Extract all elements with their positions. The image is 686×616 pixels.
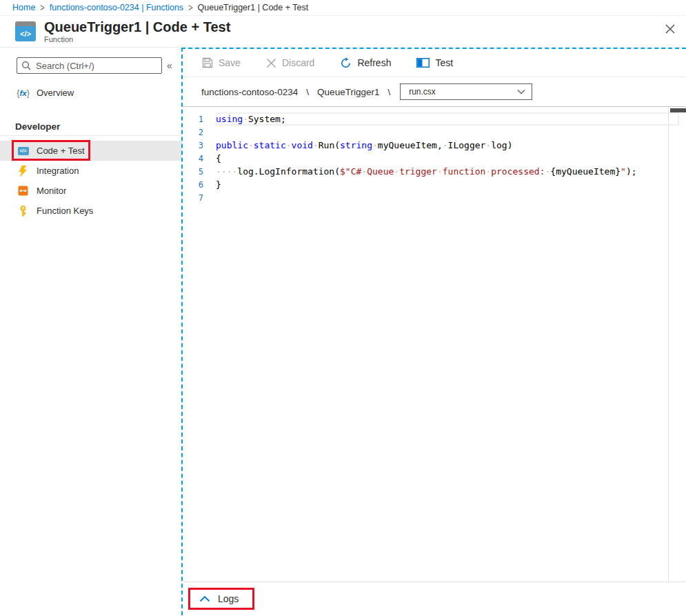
key-icon [17, 206, 29, 217]
code-text: public·static·void·Run(string·myQueueIte… [216, 140, 513, 150]
minimap-slider[interactable] [670, 108, 686, 112]
refresh-icon [340, 57, 352, 69]
search-icon [21, 61, 31, 70]
code-text: } [216, 179, 221, 190]
minimap-border [668, 107, 669, 582]
discard-button[interactable]: Discard [266, 57, 314, 68]
code-line[interactable]: 5····log.LogInformation($"C#·Queue·trigg… [183, 165, 686, 178]
breadcrumb-separator-icon: > [40, 3, 44, 13]
code-line[interactable]: 4{ [183, 152, 686, 165]
lightning-icon [17, 166, 29, 177]
test-button[interactable]: Test [416, 57, 453, 68]
sidebar-item-label: Function Keys [37, 206, 93, 216]
file-select-value: run.csx [409, 87, 436, 97]
monitor-icon [17, 186, 29, 196]
code-test-icon: </> [17, 147, 29, 155]
sidebar-item-label: Integration [37, 166, 79, 176]
search-input[interactable] [36, 61, 157, 71]
sidebar-item-overview[interactable]: {fx} Overview [0, 83, 181, 103]
logs-bar: Logs [183, 582, 686, 615]
close-icon[interactable] [663, 21, 678, 37]
chevron-up-icon [199, 595, 210, 602]
path-separator: \ [387, 87, 390, 97]
discard-x-icon [266, 58, 276, 68]
code-line[interactable]: 7 [183, 191, 686, 204]
code-test-pane: Save Discard Refresh Test functions-cont… [181, 48, 686, 615]
file-select[interactable]: run.csx [400, 83, 532, 100]
refresh-button[interactable]: Refresh [340, 57, 391, 69]
line-number: 6 [183, 180, 216, 190]
line-number: 7 [183, 193, 216, 203]
app-name: functions-contoso-0234 [201, 87, 298, 97]
code-text: { [216, 153, 221, 163]
save-icon [202, 57, 213, 68]
breadcrumb-current: QueueTrigger1 | Code + Test [198, 3, 309, 12]
code-line[interactable]: 3public·static·void·Run(string·myQueueIt… [183, 139, 686, 152]
line-number: 2 [183, 128, 216, 137]
sidebar-item-monitor[interactable]: Monitor [0, 181, 181, 201]
sidebar-item-label: Code + Test [37, 146, 85, 156]
test-icon [416, 58, 430, 68]
breadcrumb: Home > functions-contoso-0234 | Function… [0, 0, 686, 15]
code-text: using·System; [216, 114, 286, 124]
function-icon: </> [15, 21, 36, 41]
line-number: 1 [183, 115, 216, 124]
code-text: ····log.LogInformation($"C#·Queue·trigge… [216, 166, 637, 177]
breadcrumb-functions-link[interactable]: functions-contoso-0234 | Functions [50, 3, 183, 12]
search-box [17, 57, 162, 74]
fx-overview-icon: {fx} [17, 88, 29, 98]
line-number: 3 [183, 141, 216, 150]
page-subtitle: Function [44, 35, 230, 43]
save-button[interactable]: Save [202, 57, 241, 68]
page-title: QueueTrigger1 | Code + Test [44, 19, 230, 34]
code-lines: 1using·System;23public·static·void·Run(s… [183, 112, 686, 204]
page-header: </> QueueTrigger1 | Code + Test Function [0, 15, 686, 48]
collapse-sidebar-button[interactable]: « [162, 60, 177, 71]
code-line[interactable]: 2 [183, 126, 686, 139]
line-number: 4 [183, 154, 216, 163]
code-editor[interactable]: 1using·System;23public·static·void·Run(s… [183, 107, 686, 582]
file-breadcrumb: functions-contoso-0234 \ QueueTrigger1 \… [183, 77, 686, 107]
code-line[interactable]: 1using·System; [183, 112, 686, 126]
line-number: 5 [183, 167, 216, 177]
logs-toggle-button[interactable]: Logs [188, 588, 254, 610]
sidebar-item-function-keys[interactable]: Function Keys [0, 201, 181, 221]
sidebar-item-label: Overview [37, 88, 74, 98]
path-separator: \ [306, 87, 309, 97]
sidebar-item-label: Monitor [37, 186, 66, 196]
breadcrumb-separator-icon: > [188, 3, 192, 13]
breadcrumb-home-link[interactable]: Home [12, 3, 35, 12]
code-line[interactable]: 6} [183, 178, 686, 191]
chevron-down-icon [517, 89, 525, 95]
sidebar-section-developer: Developer [0, 117, 181, 136]
sidebar-item-integration[interactable]: Integration [0, 161, 181, 181]
sidebar-item-code-test[interactable]: </> Code + Test [0, 141, 181, 161]
toolbar: Save Discard Refresh Test [183, 49, 686, 77]
sidebar: « {fx} Overview Developer </> Code + Tes… [0, 48, 181, 615]
function-name: QueueTrigger1 [317, 87, 379, 97]
